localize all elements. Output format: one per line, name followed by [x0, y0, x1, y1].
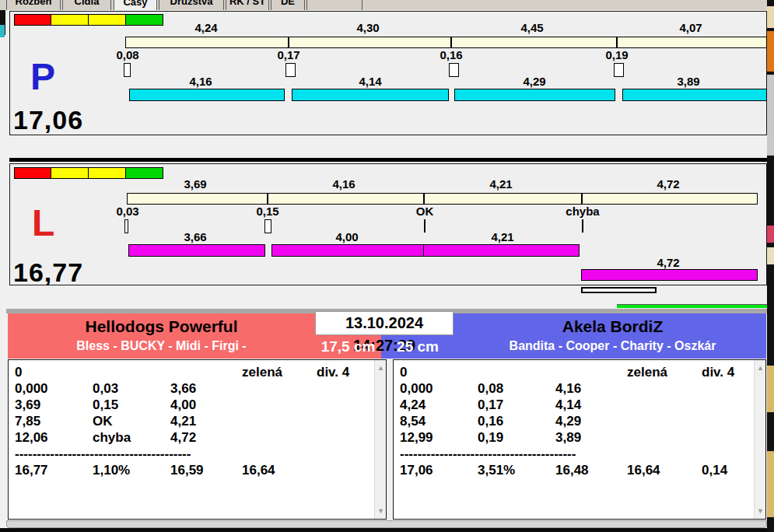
total-net: 16,59: [170, 463, 204, 478]
status-text: zelená: [242, 365, 282, 380]
split-label: 4,16: [309, 178, 379, 191]
desktop-teal-fragment: [0, 25, 5, 37]
dog-time-label: 4,21: [468, 231, 538, 243]
dog-time-label: 3,89: [653, 75, 723, 88]
total-percent: 3,51%: [478, 463, 515, 478]
cell-cumulative: 4,24: [400, 397, 426, 413]
team-left-name: Hellodogs Powerful: [8, 317, 315, 336]
scroll-down-icon[interactable]: ▼: [375, 505, 387, 517]
list-row: 0 zelená div. 4: [394, 365, 753, 381]
separator-row: ----------------------------------------: [9, 446, 373, 463]
bar-divider: [423, 245, 424, 256]
total-diff: 0,14: [702, 463, 727, 478]
desktop-corner-fragment: [0, 10, 5, 35]
crossing-marker-box: [264, 219, 271, 233]
dog-time-label: 4,29: [499, 75, 569, 88]
split-label: 4,24: [171, 22, 241, 34]
cell-dogtime: 4,29: [555, 414, 581, 429]
cell-dogtime: 3,66: [170, 381, 196, 397]
dog-time-label: 4,00: [312, 231, 382, 243]
tab-rozbeh[interactable]: Rozbeh: [6, 0, 61, 10]
team-right-jump-height: 25 cm: [383, 338, 453, 356]
crossing-label: 0,17: [261, 49, 316, 61]
desktop-fragment: [767, 247, 774, 264]
team-right-members: Bandita - Cooper - Charity - Oszkár: [459, 339, 766, 353]
dog-time-label: 4,14: [335, 75, 405, 88]
list-row: 0,000 0,03 3,66: [9, 381, 373, 397]
cell-dogtime: 4,00: [170, 397, 196, 413]
scroll-up-icon[interactable]: ▲: [375, 362, 387, 374]
dog-time-bar: [622, 89, 767, 101]
status-block-red: [14, 14, 51, 26]
cell-cumulative: 8,54: [400, 414, 426, 429]
lane-p-total: 17,06: [13, 105, 83, 135]
tab-empty[interactable]: [306, 0, 362, 10]
list-row: 12,06 chyba 4,72: [9, 430, 373, 446]
list-row: 8,54 0,16 4,29: [394, 414, 753, 430]
dog-time-label: 3,66: [160, 231, 230, 243]
cell-dogtime: 4,21: [170, 414, 196, 429]
cell-dogtime: 3,89: [555, 430, 581, 446]
crossing-label: 0,08: [100, 49, 155, 61]
crossing-label: 0,03: [100, 205, 155, 218]
cell-crossing: 0,19: [478, 430, 503, 446]
crossing-label: 0,16: [424, 49, 478, 61]
crossing-label: 0,15: [240, 205, 295, 218]
cell-cumulative: 3,69: [15, 397, 40, 413]
desktop-fragment: [767, 451, 774, 517]
cell-cumulative: 0,000: [400, 381, 433, 397]
separator-dashes: ----------------------------------------: [400, 446, 576, 462]
scroll-up-icon[interactable]: ▲: [755, 362, 766, 374]
split-divider: [450, 37, 452, 47]
tab-label: Cidla: [75, 0, 100, 7]
dog-time-bar: [271, 244, 580, 257]
total-ref: 16,64: [242, 463, 275, 478]
division-text: div. 4: [702, 365, 734, 380]
desktop-fragment: [767, 6, 774, 28]
start-value: 0: [400, 365, 407, 380]
cell-cumulative: 12,99: [400, 430, 433, 446]
cell-crossing: 0,15: [93, 397, 118, 413]
status-block-green: [126, 167, 163, 179]
cell-crossing: 0,16: [478, 414, 503, 429]
desktop-fragment: [767, 75, 774, 156]
lane-l-status-blocks: [14, 167, 163, 179]
total-ref: 16,64: [627, 463, 660, 478]
status-block-yellow: [89, 14, 126, 26]
lane-separator: [9, 158, 767, 162]
dog-time-label: 4,16: [166, 75, 236, 88]
tab-label: RK / ST: [229, 0, 265, 7]
split-label: 4,45: [497, 22, 567, 34]
crossing-label: OK: [398, 205, 452, 218]
status-block-yellow: [51, 14, 89, 26]
separator-row: ----------------------------------------: [394, 446, 753, 463]
list-row: 12,99 0,19 3,89: [394, 430, 753, 446]
crossing-marker-box: [614, 63, 624, 77]
separator-dashes: ----------------------------------------: [15, 446, 191, 462]
cell-crossing: OK: [93, 414, 113, 429]
status-block-yellow: [51, 167, 89, 179]
dog-time-bar: [454, 89, 615, 101]
tab-rk-st[interactable]: RK / ST: [226, 0, 269, 10]
tab-druzstva[interactable]: Družstva: [159, 0, 224, 10]
dog-time-bar: [292, 89, 449, 101]
tab-label: Rozbeh: [16, 0, 52, 7]
desktop-background: [767, 0, 774, 532]
tab-cidla[interactable]: Cidla: [62, 0, 111, 10]
team-right-results-list: 0 zelená div. 4 0,000 0,08 4,16 4,24 0,1…: [393, 359, 766, 520]
total-time: 17,06: [400, 463, 433, 478]
tab-casy[interactable]: Časy: [114, 0, 157, 10]
scrollbar[interactable]: ▲ ▼: [754, 360, 765, 519]
cell-cumulative: 0,000: [15, 381, 48, 397]
scrollbar[interactable]: ▲ ▼: [374, 360, 386, 519]
datetime-box: 13.10.2024 14:27:29: [315, 311, 454, 335]
team-left-members: Bless - BUCKY - Midi - Firgi -: [8, 339, 315, 353]
team-left-results-list: 0 zelená div. 4 0,000 0,03 3,66 3,69 0,1…: [8, 359, 387, 520]
team-left-jump-height: 17,5 cm: [315, 338, 381, 356]
tab-de[interactable]: DE: [271, 0, 305, 10]
totals-row: 17,06 3,51% 16,48 16,64 0,14: [394, 463, 753, 479]
cell-dogtime: 4,72: [170, 430, 196, 446]
crossing-label: chyba: [555, 205, 610, 218]
status-block-green: [126, 14, 163, 26]
scroll-down-icon[interactable]: ▼: [755, 505, 766, 517]
